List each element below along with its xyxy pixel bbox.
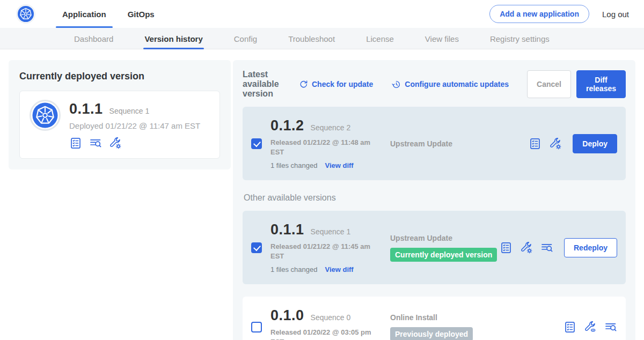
configure-auto-updates-label: Configure automatic updates (405, 80, 509, 88)
kubernetes-app-icon (32, 102, 58, 129)
other-versions-heading: Other available versions (244, 193, 625, 203)
released-timestamp: Released 01/20/22 @ 03:05 pm EST (270, 328, 380, 340)
tab-application[interactable]: Application (55, 0, 114, 28)
version-row-0-1-2: 0.1.2 Sequence 2 Released 01/21/22 @ 11:… (243, 107, 626, 180)
subnav-tab-dashboard[interactable]: Dashboard (74, 28, 113, 49)
version-number: 0.1.2 (270, 117, 304, 134)
version-sequence: Sequence 0 (311, 313, 351, 322)
deployed-version-card: 0.1.1 Sequence 1 Deployed 01/21/22 @ 11:… (19, 91, 220, 159)
files-changed-label: 1 files changed (270, 265, 317, 274)
currently-deployed-badge: Currently deployed version (390, 248, 497, 262)
kubernetes-logo-icon (17, 5, 34, 23)
deployed-version-number: 0.1.1 (69, 101, 103, 117)
released-timestamp: Released 01/21/22 @ 11:48 am EST (270, 138, 380, 157)
app-avatar (30, 100, 61, 131)
redeploy-button[interactable]: Redeploy (564, 238, 617, 257)
edit-config-icon[interactable] (520, 241, 533, 254)
check-for-update-label: Check for update (312, 80, 373, 88)
released-timestamp: Released 01/21/22 @ 11:45 am EST (270, 242, 380, 261)
deployed-version-info: 0.1.1 Sequence 1 Deployed 01/21/22 @ 11:… (69, 100, 200, 150)
version-sequence: Sequence 1 (311, 227, 351, 236)
logout-button[interactable]: Log out (602, 10, 629, 19)
schedule-icon (391, 79, 401, 90)
release-notes-icon[interactable] (564, 321, 576, 334)
main-content: Currently deployed version 0.1.1 Sequenc… (0, 49, 644, 340)
source-label: Upstream Update (390, 234, 500, 242)
version-history-panel: Latest available version Check for updat… (233, 60, 635, 340)
subnav-tab-view-files[interactable]: View files (425, 28, 459, 49)
source-label: Online Install (390, 313, 564, 322)
view-config-icon[interactable] (584, 321, 597, 334)
version-source: Upstream Update (390, 139, 529, 148)
subnav-tab-license[interactable]: License (366, 28, 394, 49)
version-source: Upstream Update Currently deployed versi… (390, 234, 500, 262)
edit-config-icon[interactable] (549, 137, 562, 150)
version-actions (564, 321, 617, 334)
release-notes-icon[interactable] (529, 137, 541, 150)
cancel-button[interactable]: Cancel (527, 70, 571, 98)
check-for-update-link[interactable]: Check for update (298, 79, 373, 90)
subnav-tab-version-history[interactable]: Version history (144, 28, 202, 49)
view-diff-link[interactable]: View diff (325, 265, 353, 274)
refresh-icon (298, 79, 309, 90)
view-logs-icon[interactable] (604, 321, 617, 334)
deploy-button[interactable]: Deploy (573, 134, 617, 153)
subnav-tab-registry-settings[interactable]: Registry settings (490, 28, 550, 49)
latest-version-header: Latest available version Check for updat… (243, 70, 626, 99)
deployed-version-actions (69, 137, 200, 150)
previously-deployed-badge: Previously deployed (390, 327, 473, 340)
latest-version-title: Latest available version (243, 70, 284, 99)
configure-auto-updates-link[interactable]: Configure automatic updates (391, 79, 509, 90)
view-logs-icon[interactable] (89, 137, 102, 150)
topnav-right: Add a new application Log out (489, 5, 629, 23)
version-checkbox[interactable] (251, 242, 262, 253)
version-number: 0.1.1 (270, 221, 304, 238)
release-notes-icon[interactable] (500, 241, 513, 254)
subnav-tab-troubleshoot[interactable]: Troubleshoot (288, 28, 335, 49)
version-info: 0.1.1 Sequence 1 Released 01/21/22 @ 11:… (270, 221, 386, 274)
source-label: Upstream Update (390, 139, 529, 148)
version-info: 0.1.0 Sequence 0 Released 01/20/22 @ 03:… (270, 307, 386, 340)
version-number: 0.1.0 (270, 307, 304, 324)
header-actions: Cancel Diff releases (527, 70, 626, 98)
view-logs-icon[interactable] (540, 241, 553, 254)
currently-deployed-panel: Currently deployed version 0.1.1 Sequenc… (9, 60, 231, 169)
version-actions: Deploy (529, 134, 617, 153)
version-row-0-1-1: 0.1.1 Sequence 1 Released 01/21/22 @ 11:… (243, 211, 626, 284)
version-checkbox[interactable] (251, 322, 262, 332)
edit-config-icon[interactable] (109, 137, 122, 150)
subnav-tab-config[interactable]: Config (234, 28, 257, 49)
kubernetes-logo (16, 4, 35, 24)
version-row-0-1-0: 0.1.0 Sequence 0 Released 01/20/22 @ 03:… (243, 297, 626, 340)
view-diff-link[interactable]: View diff (325, 161, 353, 169)
app-subnav: Dashboard Version history Config Trouble… (0, 28, 644, 49)
topnav-tabs: Application GitOps (55, 0, 169, 28)
release-notes-icon[interactable] (69, 137, 82, 150)
diff-releases-button[interactable]: Diff releases (576, 70, 626, 98)
version-source: Online Install Previously deployed (390, 313, 564, 340)
deployed-timestamp: Deployed 01/21/22 @ 11:47 am EST (69, 121, 200, 130)
version-actions: Redeploy (500, 238, 617, 257)
top-navbar: Application GitOps Add a new application… (0, 0, 644, 28)
add-application-button[interactable]: Add a new application (489, 5, 589, 23)
tab-gitops[interactable]: GitOps (120, 0, 162, 28)
currently-deployed-title: Currently deployed version (19, 71, 220, 82)
version-checkbox[interactable] (251, 138, 262, 149)
version-sequence: Sequence 2 (311, 123, 351, 132)
files-changed-label: 1 files changed (270, 161, 317, 169)
version-info: 0.1.2 Sequence 2 Released 01/21/22 @ 11:… (270, 117, 386, 169)
deployed-version-sequence: Sequence 1 (109, 107, 150, 115)
